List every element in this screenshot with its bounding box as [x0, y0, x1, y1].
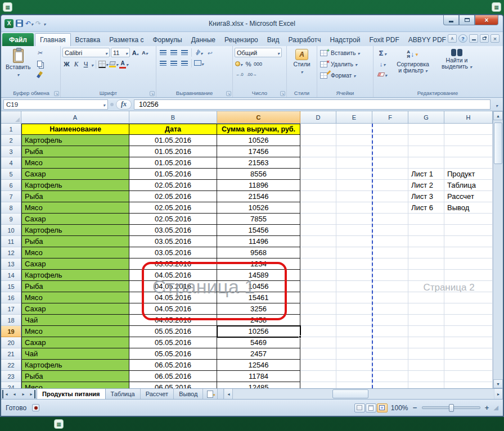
- normal-view-button[interactable]: [354, 403, 365, 412]
- cell-E15[interactable]: [336, 281, 372, 292]
- cell-C10[interactable]: 15456: [217, 225, 300, 236]
- fill-button[interactable]: [376, 59, 389, 69]
- row-header-8[interactable]: 8: [1, 202, 21, 214]
- cell-H14[interactable]: [444, 270, 493, 281]
- cell-B8[interactable]: 02.05.2016: [129, 202, 217, 214]
- cell-H2[interactable]: [444, 135, 493, 146]
- resize-grip[interactable]: [494, 404, 498, 411]
- cell-B1[interactable]: Дата: [129, 124, 217, 135]
- sheet-tab-Вывод[interactable]: Вывод: [174, 389, 203, 399]
- cell-E6[interactable]: [336, 180, 372, 191]
- prev-sheet-icon[interactable]: ◂: [10, 390, 19, 398]
- row-header-12[interactable]: 12: [1, 247, 21, 258]
- cell-B12[interactable]: 03.05.2016: [129, 247, 217, 258]
- cell-E12[interactable]: [336, 247, 372, 258]
- cell-B3[interactable]: 01.05.2016: [129, 146, 217, 157]
- cell-F21[interactable]: [372, 348, 408, 360]
- scroll-up-icon[interactable]: ▲: [493, 111, 503, 120]
- fill-color-button[interactable]: [109, 60, 118, 69]
- cell-C5[interactable]: 8556: [217, 169, 300, 180]
- cell-C22[interactable]: 12546: [217, 360, 300, 371]
- cell-E2[interactable]: [336, 135, 372, 146]
- paste-button[interactable]: Вставить: [4, 48, 33, 89]
- ribbon-tab-Формулы[interactable]: Формулы: [148, 34, 186, 46]
- italic-button[interactable]: К: [72, 60, 80, 69]
- cell-C4[interactable]: 21563: [217, 157, 300, 169]
- sheet-tab-Продукты питания[interactable]: Продукты питания: [37, 389, 106, 399]
- cell-D8[interactable]: [300, 202, 336, 214]
- maximize-button[interactable]: [459, 15, 475, 25]
- cell-F14[interactable]: [372, 270, 408, 281]
- clear-button[interactable]: [376, 70, 389, 79]
- increase-decimal-button[interactable]: [235, 70, 245, 78]
- ribbon-tab-Вид[interactable]: Вид: [263, 34, 284, 46]
- cell-A11[interactable]: Рыба: [21, 236, 129, 247]
- cell-G21[interactable]: [408, 348, 444, 360]
- format-painter-button[interactable]: [34, 70, 46, 79]
- row-header-19[interactable]: 19: [1, 326, 21, 337]
- insert-worksheet-button[interactable]: *: [203, 389, 218, 399]
- column-header-C[interactable]: C: [217, 111, 300, 124]
- dialog-launcher-icon[interactable]: [226, 91, 231, 96]
- cell-C3[interactable]: 17456: [217, 146, 300, 157]
- dialog-launcher-icon[interactable]: [54, 91, 59, 96]
- cell-E21[interactable]: [336, 348, 372, 360]
- cell-D10[interactable]: [300, 225, 336, 236]
- name-box-splitter[interactable]: [110, 103, 114, 106]
- cell-G7[interactable]: Лист 3: [408, 191, 444, 202]
- cell-C16[interactable]: 15461: [217, 292, 300, 303]
- column-header-A[interactable]: A: [21, 111, 129, 124]
- cell-A19[interactable]: Мясо: [21, 326, 129, 337]
- cell-D5[interactable]: [300, 169, 336, 180]
- cell-A15[interactable]: Рыба: [21, 281, 129, 292]
- align-center-button[interactable]: [169, 58, 178, 67]
- page-layout-view-button[interactable]: [366, 403, 376, 412]
- cell-H12[interactable]: [444, 247, 493, 258]
- cell-G4[interactable]: [408, 157, 444, 169]
- currency-button[interactable]: [235, 59, 243, 69]
- column-header-B[interactable]: B: [129, 111, 217, 124]
- ribbon-tab-Главная[interactable]: Главная: [35, 33, 71, 46]
- cell-A7[interactable]: Рыба: [21, 191, 129, 202]
- cell-A5[interactable]: Сахар: [21, 169, 129, 180]
- formula-input[interactable]: 10256: [134, 99, 490, 110]
- cell-G8[interactable]: Лист 6: [408, 202, 444, 214]
- align-right-button[interactable]: [179, 58, 189, 67]
- cell-F13[interactable]: [372, 258, 408, 270]
- row-header-10[interactable]: 10: [1, 225, 21, 236]
- cell-G5[interactable]: Лист 1: [408, 169, 444, 180]
- row-header-22[interactable]: 22: [1, 360, 21, 371]
- cell-G14[interactable]: [408, 270, 444, 281]
- cell-B18[interactable]: 04.05.2016: [129, 315, 217, 326]
- cell-B17[interactable]: 04.05.2016: [129, 303, 217, 315]
- row-header-16[interactable]: 16: [1, 292, 21, 303]
- cell-H10[interactable]: [444, 225, 493, 236]
- row-header-20[interactable]: 20: [1, 337, 21, 348]
- align-left-button[interactable]: [158, 58, 168, 67]
- cell-D19[interactable]: [300, 326, 336, 337]
- cell-E9[interactable]: [336, 214, 372, 225]
- cell-H17[interactable]: [444, 303, 493, 315]
- cell-H11[interactable]: [444, 236, 493, 247]
- scroll-left-icon[interactable]: ◂: [224, 389, 233, 399]
- cell-A21[interactable]: Чай: [21, 348, 129, 360]
- formula-bar-expand-icon[interactable]: [493, 99, 501, 110]
- cell-D15[interactable]: [300, 281, 336, 292]
- cell-F17[interactable]: [372, 303, 408, 315]
- column-header-G[interactable]: G: [408, 111, 444, 124]
- cell-D17[interactable]: [300, 303, 336, 315]
- zoom-level[interactable]: 100%: [391, 404, 408, 412]
- cell-A4[interactable]: Мясо: [21, 157, 129, 169]
- cell-F11[interactable]: [372, 236, 408, 247]
- row-header-15[interactable]: 15: [1, 281, 21, 292]
- scroll-down-icon[interactable]: ▼: [493, 379, 503, 388]
- cell-C23[interactable]: 11784: [217, 371, 300, 382]
- cell-C24[interactable]: 12485: [217, 382, 300, 388]
- cell-G18[interactable]: [408, 315, 444, 326]
- horizontal-scrollbar[interactable]: ◂ ▸: [223, 389, 503, 399]
- cell-B10[interactable]: 03.05.2016: [129, 225, 217, 236]
- cell-G16[interactable]: [408, 292, 444, 303]
- cell-F23[interactable]: [372, 371, 408, 382]
- autosum-button[interactable]: Σ: [376, 48, 389, 58]
- scroll-right-icon[interactable]: ▸: [494, 389, 503, 399]
